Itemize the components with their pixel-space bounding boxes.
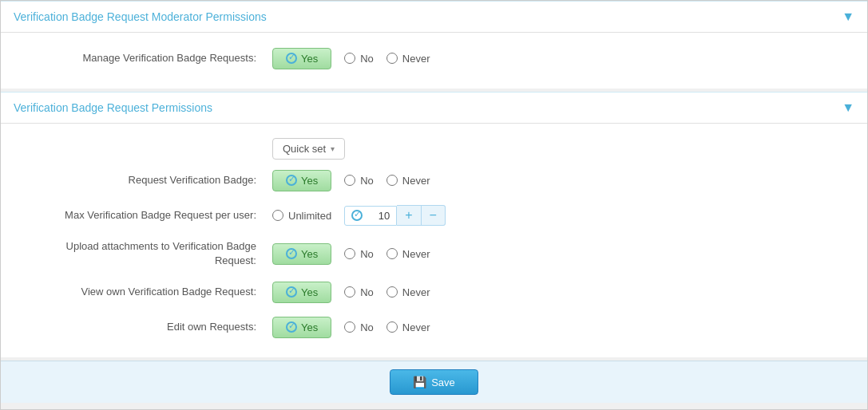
view-own-never-radio[interactable] <box>386 286 398 298</box>
number-increment-button[interactable]: + <box>397 205 421 226</box>
edit-own-never-radio[interactable] <box>386 321 398 333</box>
number-selected-icon <box>351 210 363 221</box>
edit-own-label: Edit own Requests: <box>17 320 272 334</box>
save-label: Save <box>431 376 455 388</box>
permissions-section: Verification Badge Request Permissions ▼… <box>1 92 867 357</box>
upload-no-radio[interactable] <box>344 248 355 259</box>
request-badge-check-icon <box>286 175 297 186</box>
upload-no-option[interactable]: No <box>344 248 374 260</box>
quick-set-dropdown-icon: ▾ <box>331 144 335 153</box>
view-own-check-icon <box>286 286 297 298</box>
page-wrapper: Verification Badge Request Moderator Per… <box>0 0 868 410</box>
number-value: 10 <box>367 210 390 222</box>
manage-badge-requests-label: Manage Verification Badge Requests: <box>17 51 272 65</box>
number-input-wrapper: 10 <box>344 206 397 226</box>
request-badge-never-radio[interactable] <box>386 175 398 186</box>
moderator-section: Verification Badge Request Moderator Per… <box>1 1 867 89</box>
manage-badge-requests-row: Manage Verification Badge Requests: Yes … <box>1 41 867 76</box>
permissions-section-title: Verification Badge Request Permissions <box>14 101 212 114</box>
edit-own-no-label: No <box>360 321 374 333</box>
request-badge-no-radio[interactable] <box>344 175 355 186</box>
upload-yes-label: Yes <box>301 248 318 260</box>
view-own-yes-button[interactable]: Yes <box>272 282 331 303</box>
upload-check-icon <box>286 248 297 259</box>
edit-own-yes-button[interactable]: Yes <box>272 317 331 338</box>
view-own-controls: Yes No Never <box>272 282 430 303</box>
save-button[interactable]: 💾 Save <box>390 369 478 395</box>
edit-own-check-icon <box>286 321 297 333</box>
manage-badge-requests-controls: Yes No Never <box>272 48 430 69</box>
edit-own-row: Edit own Requests: Yes No Never <box>1 309 867 345</box>
manage-no-option[interactable]: No <box>344 53 374 65</box>
edit-own-yes-label: Yes <box>301 321 318 333</box>
view-own-no-radio[interactable] <box>344 286 355 298</box>
number-decrement-button[interactable]: − <box>422 205 446 226</box>
yes-check-icon <box>286 53 297 64</box>
max-badge-unlimited-option[interactable]: Unlimited <box>272 210 331 222</box>
manage-never-radio[interactable] <box>386 53 398 64</box>
request-badge-no-label: No <box>360 175 374 187</box>
upload-yes-button[interactable]: Yes <box>272 243 331 265</box>
max-badge-unlimited-radio[interactable] <box>272 210 283 221</box>
request-badge-controls: Yes No Never <box>272 170 430 191</box>
view-own-no-label: No <box>360 286 374 298</box>
manage-yes-button[interactable]: Yes <box>272 48 331 69</box>
manage-never-option[interactable]: Never <box>386 53 430 65</box>
upload-never-option[interactable]: Never <box>386 248 430 260</box>
upload-attachments-label: Upload attachments to Verification Badge… <box>17 239 272 268</box>
moderator-chevron-icon[interactable]: ▼ <box>842 10 854 24</box>
upload-attachments-row: Upload attachments to Verification Badge… <box>1 233 867 274</box>
moderator-section-body: Manage Verification Badge Requests: Yes … <box>1 33 867 89</box>
request-badge-never-option[interactable]: Never <box>386 175 430 187</box>
upload-attachments-controls: Yes No Never <box>272 243 430 265</box>
edit-own-no-option[interactable]: No <box>344 321 374 333</box>
edit-own-never-label: Never <box>402 321 430 333</box>
view-own-label: View own Verification Badge Request: <box>17 285 272 299</box>
manage-no-label: No <box>360 53 374 65</box>
number-control: 10 + − <box>344 205 446 226</box>
edit-own-never-option[interactable]: Never <box>386 321 430 333</box>
permissions-section-header: Verification Badge Request Permissions ▼ <box>1 92 867 124</box>
view-own-row: View own Verification Badge Request: Yes… <box>1 274 867 309</box>
manage-no-radio[interactable] <box>344 53 355 64</box>
view-own-no-option[interactable]: No <box>344 286 374 298</box>
quick-set-button[interactable]: Quick set ▾ <box>272 138 345 160</box>
max-badge-controls: Unlimited 10 + − <box>272 205 446 226</box>
save-icon: 💾 <box>413 376 426 388</box>
request-badge-no-option[interactable]: No <box>344 175 374 187</box>
request-badge-never-label: Never <box>402 175 430 187</box>
max-badge-row: Max Verification Badge Request per user:… <box>1 198 867 233</box>
permissions-section-body: Quick set ▾ Request Verification Badge: … <box>1 124 867 357</box>
view-own-yes-label: Yes <box>301 286 318 298</box>
permissions-chevron-icon[interactable]: ▼ <box>842 101 854 115</box>
quick-set-row: Quick set ▾ <box>1 132 867 163</box>
edit-own-controls: Yes No Never <box>272 317 430 338</box>
request-badge-row: Request Verification Badge: Yes No Never <box>1 163 867 198</box>
max-badge-unlimited-label: Unlimited <box>288 210 331 222</box>
view-own-never-label: Never <box>402 286 430 298</box>
manage-never-label: Never <box>402 53 430 65</box>
upload-never-label: Never <box>402 248 430 260</box>
quick-set-label: Quick set <box>283 143 326 155</box>
edit-own-no-radio[interactable] <box>344 321 355 333</box>
moderator-section-title: Verification Badge Request Moderator Per… <box>14 10 267 23</box>
upload-never-radio[interactable] <box>386 248 398 259</box>
view-own-never-option[interactable]: Never <box>386 286 430 298</box>
footer: 💾 Save <box>1 361 867 403</box>
max-badge-label: Max Verification Badge Request per user: <box>17 208 272 223</box>
request-badge-yes-button[interactable]: Yes <box>272 170 331 191</box>
upload-no-label: No <box>360 248 374 260</box>
moderator-section-header: Verification Badge Request Moderator Per… <box>1 1 867 33</box>
request-badge-label: Request Verification Badge: <box>17 173 272 187</box>
request-badge-yes-label: Yes <box>301 175 318 187</box>
manage-yes-label: Yes <box>301 53 318 65</box>
